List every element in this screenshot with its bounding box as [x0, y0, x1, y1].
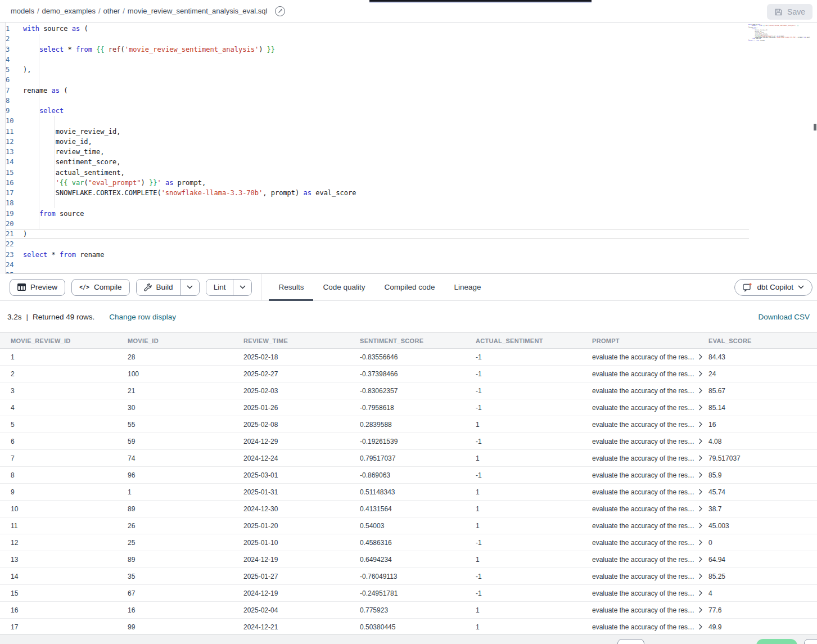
table-cell: 2025-02-18	[243, 353, 360, 361]
code-line[interactable]: 1with source as (	[6, 24, 817, 34]
table-cell: 8	[11, 471, 128, 479]
table-cell: 15	[11, 589, 128, 597]
expand-chevron-icon[interactable]	[698, 421, 703, 427]
lint-dropdown-button[interactable]	[233, 280, 251, 295]
expand-chevron-icon[interactable]	[698, 354, 703, 360]
prompt-cell[interactable]: evaluate the accuracy of the res…	[592, 353, 708, 361]
code-line[interactable]: 20	[6, 219, 817, 229]
chevron-down-icon	[798, 285, 804, 289]
prompt-cell[interactable]: evaluate the accuracy of the res…	[592, 556, 708, 564]
prompt-text: evaluate the accuracy of the res…	[592, 522, 694, 530]
download-csv-link[interactable]: Download CSV	[758, 313, 810, 321]
table-cell: -0.83556646	[360, 353, 476, 361]
code-line[interactable]: 19 from source	[6, 209, 817, 219]
prompt-cell[interactable]: evaluate the accuracy of the res…	[592, 370, 708, 378]
code-line[interactable]: 14 sentiment_score,	[6, 157, 817, 167]
prompt-cell[interactable]: evaluate the accuracy of the res…	[592, 505, 708, 513]
file-status-icon[interactable]	[275, 6, 285, 16]
prompt-cell[interactable]: evaluate the accuracy of the res…	[592, 606, 708, 614]
expand-chevron-icon[interactable]	[698, 523, 703, 529]
breadcrumb-part[interactable]: demo_examples	[42, 7, 96, 15]
lint-button[interactable]: Lint	[206, 280, 233, 295]
code-line[interactable]: 15 actual_sentiment,	[6, 168, 817, 178]
expand-chevron-icon[interactable]	[698, 438, 703, 444]
table-cell: 17	[11, 623, 128, 631]
code-line[interactable]: 10	[6, 116, 817, 126]
code-line[interactable]: 21)	[6, 229, 817, 239]
expand-chevron-icon[interactable]	[698, 404, 703, 411]
build-split-button: Build	[136, 279, 200, 296]
code-line[interactable]: 22	[6, 239, 817, 249]
change-row-display-link[interactable]: Change row display	[109, 313, 176, 321]
code-line[interactable]: 5),	[6, 65, 817, 75]
prompt-cell[interactable]: evaluate the accuracy of the res…	[592, 539, 708, 547]
expand-chevron-icon[interactable]	[698, 590, 703, 596]
tab-code-quality[interactable]: Code quality	[313, 274, 374, 301]
table-cell: 2024-12-19	[243, 589, 360, 597]
prompt-cell[interactable]: evaluate the accuracy of the res…	[592, 589, 708, 597]
line-number: 11	[6, 127, 23, 137]
prompt-cell[interactable]: evaluate the accuracy of the res…	[592, 471, 708, 479]
prompt-cell[interactable]: evaluate the accuracy of the res…	[592, 573, 708, 580]
editor-scrollbar-thumb[interactable]	[814, 124, 816, 130]
bottom-partial-button[interactable]	[804, 639, 817, 644]
prompt-cell[interactable]: evaluate the accuracy of the res…	[592, 454, 708, 462]
code-line[interactable]: 6	[6, 75, 817, 85]
bottom-partial-button[interactable]	[617, 639, 644, 644]
prompt-cell[interactable]: evaluate the accuracy of the res…	[592, 488, 708, 496]
code-line[interactable]: 4	[6, 55, 817, 65]
line-number: 22	[6, 239, 23, 249]
breadcrumb-part[interactable]: models	[11, 7, 34, 15]
expand-chevron-icon[interactable]	[698, 506, 703, 512]
expand-chevron-icon[interactable]	[698, 371, 703, 377]
code-editor[interactable]: 1with source as (23 select * from {{ ref…	[0, 22, 817, 274]
line-number: 14	[6, 157, 23, 167]
code-line[interactable]: 24	[6, 260, 817, 270]
table-cell: 12	[11, 539, 128, 547]
prompt-cell[interactable]: evaluate the accuracy of the res…	[592, 623, 708, 631]
results-tabs: Results Code quality Compiled code Linea…	[269, 274, 490, 301]
prompt-cell[interactable]: evaluate the accuracy of the res…	[592, 421, 708, 429]
table-cell: -1	[476, 438, 592, 445]
save-button[interactable]: Save	[767, 4, 813, 20]
tab-results[interactable]: Results	[269, 274, 313, 301]
expand-chevron-icon[interactable]	[698, 388, 703, 394]
build-dropdown-button[interactable]	[180, 280, 199, 295]
prompt-cell[interactable]: evaluate the accuracy of the res…	[592, 404, 708, 412]
code-line[interactable]: 8	[6, 96, 817, 106]
table-cell-eval-score: 16	[708, 421, 817, 429]
prompt-cell[interactable]: evaluate the accuracy of the res…	[592, 438, 708, 445]
code-line[interactable]: 23select * from rename	[6, 250, 817, 260]
build-button[interactable]: Build	[137, 280, 180, 295]
code-line[interactable]: 3 select * from {{ ref('movie_review_sen…	[6, 44, 817, 55]
minimap[interactable]: with source as ( select * from {{ ref('m…	[748, 24, 810, 42]
expand-chevron-icon[interactable]	[698, 607, 703, 613]
expand-chevron-icon[interactable]	[698, 573, 703, 579]
code-line[interactable]: 2	[6, 34, 817, 44]
code-line[interactable]: 7rename as (	[6, 85, 817, 96]
expand-chevron-icon[interactable]	[698, 624, 703, 630]
tab-compiled-code[interactable]: Compiled code	[375, 274, 445, 301]
expand-chevron-icon[interactable]	[698, 539, 703, 546]
code-line[interactable]: 16 '{{ var("eval_prompt") }}' as prompt,	[6, 178, 817, 188]
bottom-green-partial-button[interactable]	[756, 639, 797, 644]
code-line[interactable]: 12 movie_id,	[6, 137, 817, 147]
dbt-copilot-button[interactable]: dbt Copilot	[734, 279, 813, 296]
compile-button[interactable]: </> Compile	[71, 279, 130, 296]
code-line[interactable]: 17 SNOWFLAKE.CORTEX.COMPLETE('snowflake-…	[6, 188, 817, 198]
expand-chevron-icon[interactable]	[698, 472, 703, 478]
breadcrumb: models / demo_examples / other / movie_r…	[11, 6, 285, 16]
expand-chevron-icon[interactable]	[698, 489, 703, 495]
prompt-cell[interactable]: evaluate the accuracy of the res…	[592, 387, 708, 395]
code-line[interactable]: 11 movie_review_id,	[6, 127, 817, 137]
prompt-text: evaluate the accuracy of the res…	[592, 370, 694, 378]
prompt-cell[interactable]: evaluate the accuracy of the res…	[592, 522, 708, 530]
code-line[interactable]: 13 review_time,	[6, 147, 817, 157]
breadcrumb-part[interactable]: other	[103, 7, 120, 15]
expand-chevron-icon[interactable]	[698, 556, 703, 562]
preview-button[interactable]: Preview	[10, 279, 65, 296]
code-line[interactable]: 9 select	[6, 106, 817, 116]
code-line[interactable]: 18	[6, 198, 817, 208]
tab-lineage[interactable]: Lineage	[445, 274, 491, 301]
expand-chevron-icon[interactable]	[698, 455, 703, 461]
